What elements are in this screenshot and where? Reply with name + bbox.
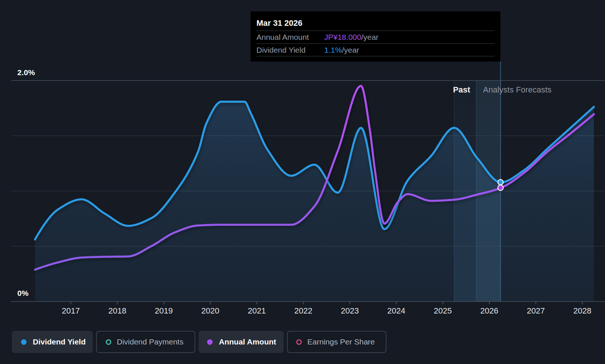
svg-text:2027: 2027	[527, 306, 545, 315]
svg-text:2028: 2028	[573, 306, 591, 315]
svg-text:0%: 0%	[17, 289, 29, 297]
svg-text:Past: Past	[453, 85, 471, 94]
svg-text:2023: 2023	[341, 306, 359, 315]
svg-text:2026: 2026	[480, 306, 499, 315]
svg-text:2019: 2019	[155, 306, 173, 315]
svg-text:2025: 2025	[434, 306, 452, 315]
svg-text:2022: 2022	[294, 306, 312, 315]
svg-text:2020: 2020	[201, 306, 219, 315]
svg-text:Analysts Forecasts: Analysts Forecasts	[483, 85, 552, 94]
svg-text:2018: 2018	[108, 306, 126, 315]
svg-text:2024: 2024	[387, 306, 405, 315]
svg-text:2.0%: 2.0%	[17, 68, 35, 77]
svg-text:2017: 2017	[62, 306, 80, 315]
svg-text:2021: 2021	[248, 306, 266, 315]
